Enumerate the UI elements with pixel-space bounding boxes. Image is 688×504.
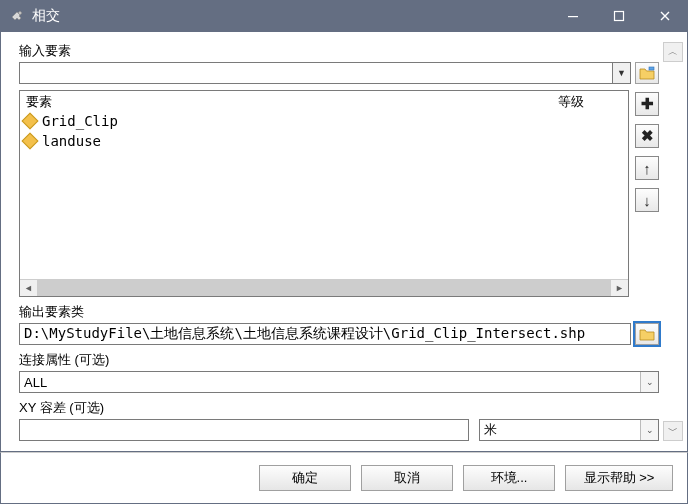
chevron-down-icon[interactable]: ⌄: [640, 372, 658, 392]
svg-rect-0: [568, 16, 578, 17]
cancel-button[interactable]: 取消: [361, 465, 453, 491]
browse-input-button[interactable]: [635, 62, 659, 84]
ok-button[interactable]: 确定: [259, 465, 351, 491]
scroll-down-icon[interactable]: ﹀: [663, 421, 683, 441]
list-item[interactable]: Grid_Clip: [20, 111, 628, 131]
maximize-button[interactable]: [596, 0, 642, 32]
input-features-combo[interactable]: ▼: [19, 62, 631, 84]
input-features-field[interactable]: [20, 63, 612, 83]
xy-unit-select[interactable]: 米 ⌄: [479, 419, 659, 441]
feature-icon: [22, 133, 39, 150]
scroll-left-icon[interactable]: ◄: [20, 280, 37, 296]
hammer-icon: [8, 7, 26, 25]
move-down-button[interactable]: ↓: [635, 188, 659, 212]
join-attr-value: ALL: [24, 375, 47, 390]
minimize-button[interactable]: [550, 0, 596, 32]
chevron-down-icon[interactable]: ⌄: [640, 420, 658, 440]
move-up-button[interactable]: ↑: [635, 156, 659, 180]
list-item[interactable]: landuse: [20, 131, 628, 151]
h-scrollbar[interactable]: [37, 280, 611, 296]
window-title: 相交: [32, 7, 550, 25]
column-element: 要素: [20, 93, 558, 111]
output-fc-label: 输出要素类: [19, 303, 659, 321]
feature-name: landuse: [42, 133, 101, 149]
remove-button[interactable]: ✖: [635, 124, 659, 148]
dropdown-icon[interactable]: ▼: [612, 63, 630, 83]
join-attr-label: 连接属性 (可选): [19, 351, 659, 369]
scroll-up-icon[interactable]: ︿: [663, 42, 683, 62]
add-button[interactable]: ✚: [635, 92, 659, 116]
join-attr-select[interactable]: ALL ⌄: [19, 371, 659, 393]
feature-icon: [22, 113, 39, 130]
close-button[interactable]: [642, 0, 688, 32]
column-rank: 等级: [558, 93, 628, 111]
svg-rect-2: [649, 67, 654, 70]
scroll-right-icon[interactable]: ►: [611, 280, 628, 296]
xy-tol-field[interactable]: [19, 419, 469, 441]
v-scrollbar[interactable]: [663, 62, 683, 421]
features-list: 要素 等级 Grid_Clip landuse: [19, 90, 629, 297]
browse-output-button[interactable]: [635, 323, 659, 345]
svg-rect-1: [615, 12, 624, 21]
xy-unit-value: 米: [484, 421, 497, 439]
input-features-label: 输入要素: [19, 42, 659, 60]
feature-name: Grid_Clip: [42, 113, 118, 129]
xy-tol-label: XY 容差 (可选): [19, 399, 659, 417]
environment-button[interactable]: 环境...: [463, 465, 555, 491]
show-help-button[interactable]: 显示帮助 >>: [565, 465, 673, 491]
output-path-field[interactable]: [19, 323, 631, 345]
